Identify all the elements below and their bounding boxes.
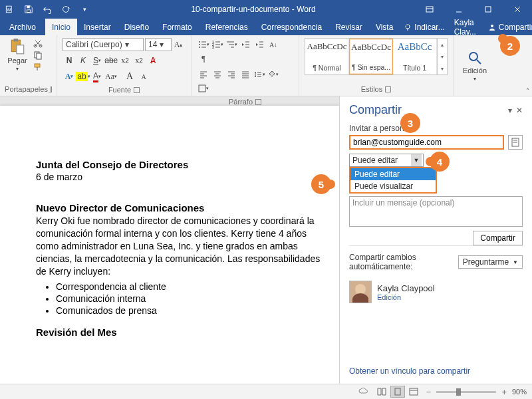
gallery-down-icon[interactable]: ▾ [438,51,446,63]
change-case-icon[interactable]: Aa▾ [104,70,118,83]
styles-dialog-launcher[interactable] [385,86,391,92]
style-no-spacing[interactable]: AaBbCcDc ¶ Sin espa... [349,39,393,74]
shading-icon[interactable]: ▾ [267,68,280,81]
zoom-out-icon[interactable]: − [426,387,432,397]
multilevel-icon[interactable]: ▾ [225,38,238,51]
print-layout-icon[interactable] [390,386,405,398]
gallery-more-icon[interactable]: ▾ [438,63,446,74]
tab-review[interactable]: Revisar [329,19,369,35]
tab-insert[interactable]: Insertar [77,19,118,35]
subscript-button[interactable]: x2 [118,54,132,67]
tab-references[interactable]: Referencias [199,19,255,35]
share-button[interactable]: Compartir [481,19,532,35]
close-icon[interactable] [503,0,532,19]
zoom-in-icon[interactable]: + [501,387,507,397]
auto-share-combo[interactable]: Preguntarme▼ [458,255,523,269]
tab-layout[interactable]: Formato [156,19,199,35]
style-normal[interactable]: AaBbCcDc ¶ Normal [305,39,349,74]
editing-menu[interactable]: Edición ▾ [463,51,487,82]
tell-me-search[interactable]: Indicar... [400,19,448,35]
chevron-down-icon[interactable]: ▼ [411,154,422,166]
permission-option-edit[interactable]: Puede editar [350,168,436,180]
font-color-icon[interactable]: A▾ [90,70,104,83]
increase-indent-icon[interactable] [253,38,266,51]
bold-button[interactable]: N [63,54,76,67]
read-mode-icon[interactable] [374,386,389,398]
svg-point-22 [199,41,200,43]
invite-email-input[interactable] [349,135,504,150]
text-effects-icon[interactable]: A▾ [63,70,76,83]
underline-button[interactable]: S▾ [90,54,104,67]
highlight-icon[interactable]: ab▾ [76,70,90,83]
get-share-link[interactable]: Obtener un vínculo para compartir [349,366,470,376]
strikethrough-button[interactable]: abc [104,54,118,67]
qat-customize-icon[interactable]: ▾ [77,2,92,17]
line-spacing-icon[interactable]: ▾ [253,68,266,81]
svg-rect-20 [37,53,41,59]
numbering-icon[interactable]: 123▾ [211,38,224,51]
share-submit-button[interactable]: Compartir [473,231,523,245]
zoom-level[interactable]: 90% [512,388,527,396]
doc-heading: Junta del Consejo de Directores [36,159,323,170]
superscript-button[interactable]: x2 [132,54,146,67]
paste-label: Pegar [7,57,27,65]
justify-icon[interactable] [239,68,252,81]
document-area[interactable]: Junta del Consejo de Directores 6 de mar… [0,96,339,384]
bullets-icon[interactable]: ▾ [197,38,210,51]
cut-icon[interactable] [32,38,44,49]
collapse-ribbon-icon[interactable]: ˄ [526,87,529,94]
person-share-icon [488,23,496,31]
tab-design[interactable]: Diseño [118,19,156,35]
maximize-icon[interactable] [473,0,503,19]
save-icon[interactable] [21,2,36,17]
clipboard-dialog-launcher[interactable] [51,86,52,92]
paste-button[interactable]: Pegar ▾ [5,38,29,85]
tab-file[interactable]: Archivo [0,19,45,35]
align-left-icon[interactable] [197,68,210,81]
ribbon-display-icon[interactable] [415,0,444,19]
clear-format-icon[interactable]: A̷ [146,54,160,67]
align-right-icon[interactable] [225,68,238,81]
share-pane: Compartir ▾ ✕ Invitar a personas Puede e… [339,96,532,384]
pane-close-icon[interactable]: ✕ [516,106,523,115]
address-book-icon[interactable] [508,135,523,150]
tab-view[interactable]: Vista [369,19,400,35]
font-name-combo[interactable]: Calibri (Cuerpo)▾ [63,38,144,51]
tab-home[interactable]: Inicio [45,19,77,35]
account-name[interactable]: Kayla Clay... [449,19,481,35]
sort-icon[interactable]: A↓ [267,38,280,51]
minimize-icon[interactable] [444,0,473,19]
web-layout-icon[interactable] [406,386,421,398]
format-painter-icon[interactable] [32,62,44,72]
callout-4: 4 [430,152,450,172]
doc-date: 6 de marzo [36,172,323,182]
styles-gallery[interactable]: AaBbCcDc ¶ Normal AaBbCcDc ¶ Sin espa...… [305,38,448,75]
cloud-status-icon[interactable] [358,387,369,396]
permission-option-view[interactable]: Puede visualizar [350,180,436,192]
gallery-up-icon[interactable]: ▴ [438,39,446,51]
svg-rect-16 [17,45,24,54]
permission-combo[interactable]: Puede editar ▼ Puede editar Puede visual… [349,154,424,167]
redo-icon[interactable] [59,2,73,17]
grow-font-icon[interactable]: A▴ [173,38,184,51]
permission-dropdown: Puede editar Puede visualizar [349,167,437,194]
copy-icon[interactable] [32,50,44,61]
pane-options-icon[interactable]: ▾ [508,106,512,115]
paragraph-dialog-launcher[interactable] [255,99,261,105]
italic-button[interactable]: K [76,54,90,67]
zoom-slider[interactable] [436,391,496,393]
undo-icon[interactable] [40,2,55,17]
shrink-font-icon[interactable]: A [123,70,136,83]
decrease-indent-icon[interactable] [239,38,252,51]
align-center-icon[interactable] [211,68,224,81]
share-message-input[interactable]: Incluir un mensaje (opcional) [349,196,523,227]
svg-rect-69 [410,388,418,395]
font-size-combo[interactable]: 14▾ [145,38,172,51]
show-marks-icon[interactable]: ¶ [197,52,210,65]
borders-icon[interactable]: ▾ [197,82,210,95]
style-heading1[interactable]: AaBbCc Título 1 [393,39,437,74]
font-dialog-launcher[interactable] [134,87,140,93]
tab-mailings[interactable]: Correspondencia [255,19,329,35]
shrink-font-icon-2[interactable]: A [137,70,150,83]
svg-text:W: W [7,7,11,12]
